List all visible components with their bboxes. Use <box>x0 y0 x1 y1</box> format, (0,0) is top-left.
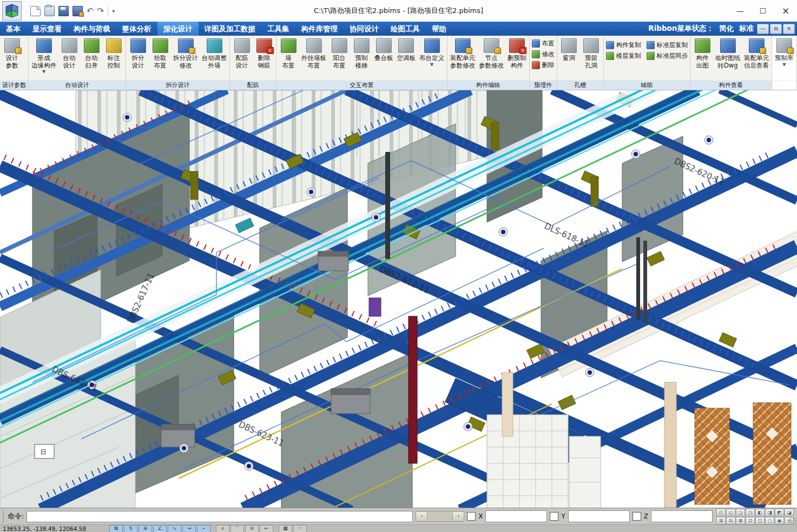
customize-toolbar-icon[interactable]: ▾ <box>112 6 115 16</box>
undo-icon[interactable]: ↶ <box>87 6 94 16</box>
delete-precast-member-button[interactable]: 删预制构件 <box>506 37 528 69</box>
mdi-close-button[interactable]: × <box>783 24 795 34</box>
scroll-right-icon[interactable]: › <box>452 512 464 521</box>
snap-toggle-13[interactable]: ∷ <box>293 525 307 532</box>
view-button[interactable]: ⊟ <box>726 517 735 524</box>
snap-toggle-7[interactable]: ⌁ <box>197 525 210 532</box>
snap-toggle-11[interactable]: ↜ <box>260 525 273 532</box>
tab-overall-analysis[interactable]: 整体分析 <box>116 22 157 36</box>
snap-toggle-6[interactable]: ↝ <box>182 525 196 532</box>
ribbon-state-standard[interactable]: 标准 <box>739 24 754 34</box>
app-logo-icon[interactable] <box>2 1 22 21</box>
axis-x-checkbox[interactable] <box>467 512 476 521</box>
balcony-place-button[interactable]: 阳台布置 <box>328 37 350 69</box>
snap-toggle-10[interactable]: ⊘ <box>245 525 259 532</box>
view-button[interactable]: ◧ <box>755 509 765 516</box>
window-opening-button[interactable]: 窗洞 <box>558 37 580 62</box>
member-drawing-button[interactable]: 构件出图 <box>691 37 713 69</box>
embed-place-button[interactable]: 布置 <box>531 38 556 48</box>
snap-toggle-2[interactable]: ↯ <box>124 525 137 532</box>
view-button[interactable]: ⊡ <box>746 517 755 524</box>
command-scrollbar[interactable]: ‹ › <box>416 511 464 522</box>
axis-y-checkbox[interactable] <box>550 512 558 521</box>
snap-toggle-4[interactable]: ∠ <box>153 525 167 532</box>
embed-delete-button[interactable]: 删除 <box>531 60 556 70</box>
assembly-unit-param-edit-button[interactable]: 装配单元参数修改 <box>449 37 477 69</box>
rebar-design-button[interactable]: 配筋设计 <box>231 37 253 69</box>
save-as-icon[interactable] <box>73 6 83 16</box>
snap-toggle-9[interactable]: ⌒ <box>230 525 244 532</box>
ribbon-state-simple[interactable]: 简化 <box>719 24 734 34</box>
precast-stair-button[interactable]: 预制楼梯 <box>351 37 372 69</box>
temp-drawing-to-dwg-button[interactable]: 临时图纸转Dwg <box>714 37 742 69</box>
tab-collaboration[interactable]: 协同设计 <box>344 22 385 36</box>
tab-basic[interactable]: 基本 <box>0 22 27 36</box>
assembly-unit-info-button[interactable]: 装配单元信息查看 <box>742 37 770 69</box>
view-button[interactable]: ⊞ <box>716 517 726 524</box>
view-button[interactable]: ◰ <box>716 509 726 516</box>
tab-detailed-design[interactable]: 深化设计 <box>157 22 199 36</box>
node-param-edit-button[interactable]: 节点参数修改 <box>477 37 505 69</box>
axis-z-checkbox[interactable] <box>633 512 641 521</box>
auto-design-button[interactable]: 自动设计 <box>58 37 80 69</box>
view-button[interactable]: ◉ <box>775 517 784 524</box>
open-file-icon[interactable] <box>44 6 55 16</box>
reserved-hole-button[interactable]: 预留孔洞 <box>581 37 602 69</box>
maximize-button[interactable]: ☐ <box>752 3 774 19</box>
std-floor-copy-button[interactable]: 标准层复制 <box>645 40 689 50</box>
snap-toggle-3[interactable]: ⊕ <box>139 525 152 532</box>
scroll-left-icon[interactable]: ‹ <box>416 512 427 521</box>
tab-drawings-data[interactable]: 详图及加工数据 <box>199 22 262 36</box>
annotation-control-button[interactable]: 标注控制 <box>103 37 124 69</box>
composite-slab-button[interactable]: 叠合板 <box>373 37 395 62</box>
split-design-button[interactable]: 拆分设计 <box>127 37 149 69</box>
axis-x-input[interactable] <box>485 510 547 522</box>
minimize-button[interactable]: — <box>729 3 752 19</box>
mdi-restore-button[interactable]: ⧉ <box>770 24 782 34</box>
wall-place-button[interactable]: 墙布置 <box>278 37 299 69</box>
member-copy-button[interactable]: 构件复制 <box>605 40 642 50</box>
tab-member-load[interactable]: 构件与荷载 <box>68 22 116 36</box>
auto-merge-button[interactable]: 自动归并 <box>81 37 102 69</box>
toolbar-grip[interactable] <box>2 510 5 523</box>
axis-y-input[interactable] <box>568 510 630 522</box>
embed-edit-button[interactable]: 修改 <box>531 49 556 59</box>
tab-display-view[interactable]: 显示查看 <box>27 22 68 36</box>
tab-help[interactable]: 帮助 <box>426 22 452 36</box>
tab-toolset[interactable]: 工具集 <box>261 22 295 36</box>
precast-rate-button[interactable]: 预制率 ▼ <box>773 37 795 67</box>
cladding-panel-place-button[interactable]: 外挂墙板布置 <box>300 37 328 69</box>
form-edge-member-button[interactable]: 形成边缘构件 ▼ <box>30 37 58 74</box>
view-button[interactable]: ⊠ <box>736 517 745 524</box>
new-file-icon[interactable] <box>30 6 41 16</box>
ac-panel-button[interactable]: 空调板 <box>396 37 418 62</box>
floor-copy-button[interactable]: 楼层复制 <box>605 51 642 61</box>
view-button[interactable]: ◩ <box>775 509 784 516</box>
snap-toggle-1[interactable]: ⊠ <box>109 525 123 532</box>
place-custom-button[interactable]: 布自定义 ▼ <box>418 37 446 67</box>
design-params-button[interactable]: 设计参数 <box>1 37 23 69</box>
mdi-minimize-button[interactable]: — <box>757 24 769 34</box>
view-button[interactable]: ◳ <box>746 509 755 516</box>
view-button[interactable]: ◪ <box>785 509 794 516</box>
pick-place-button[interactable]: 拾取布置 <box>149 37 171 69</box>
resize-grip[interactable] <box>790 517 796 524</box>
auto-adjust-exterior-wall-button[interactable]: 自动调整外墙 <box>200 37 228 69</box>
snap-toggle-5[interactable]: ∿ <box>168 525 181 532</box>
view-button[interactable]: ◱ <box>726 509 735 516</box>
snap-toggle-8[interactable]: ⋏ <box>216 525 229 532</box>
tab-draw-tools[interactable]: 绘图工具 <box>385 22 426 36</box>
view-button[interactable]: ◫ <box>755 517 765 524</box>
std-floor-sync-button[interactable]: 标准层同步 <box>645 51 689 61</box>
delete-rebar-button[interactable]: 删除钢筋 <box>253 37 275 69</box>
axis-z-input[interactable] <box>651 510 713 522</box>
view-button[interactable]: ◻ <box>765 517 774 524</box>
tab-library-manage[interactable]: 构件库管理 <box>295 22 344 36</box>
split-design-edit-button[interactable]: 拆分设计修改 <box>172 37 200 69</box>
view-button[interactable]: ◲ <box>736 509 745 516</box>
redo-icon[interactable]: ↷ <box>97 6 104 16</box>
model-viewport-3d[interactable]: DBS2-612-11 DLS-618-11 DBS2-620-11 DBS-6… <box>0 90 797 508</box>
command-input[interactable] <box>27 511 413 522</box>
save-icon[interactable] <box>58 6 69 16</box>
view-button[interactable]: ◨ <box>765 509 774 516</box>
